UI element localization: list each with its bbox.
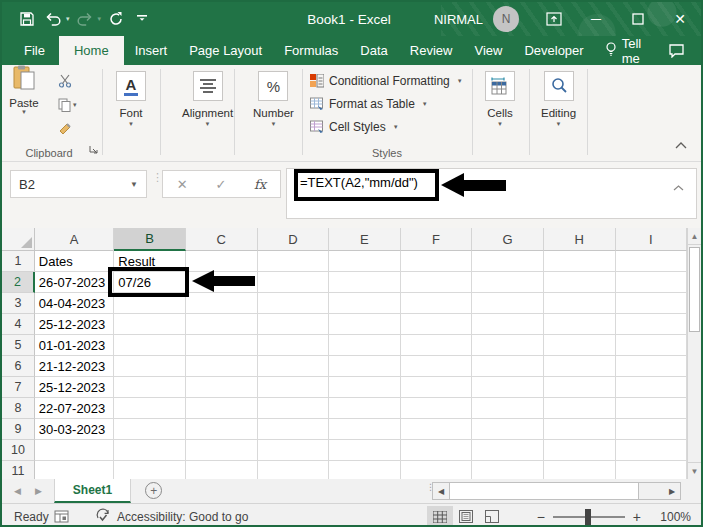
name-box[interactable]: B2 ▼ <box>10 170 147 198</box>
cell-D2[interactable] <box>258 272 330 293</box>
cell-F2[interactable] <box>401 272 473 293</box>
cells-button[interactable]: Cells ▼ <box>485 71 515 127</box>
new-sheet-button[interactable]: + <box>145 482 162 499</box>
zoom-in-icon[interactable]: + <box>633 509 641 525</box>
cell-B3[interactable] <box>114 293 186 314</box>
cell-F8[interactable] <box>401 398 473 419</box>
enter-icon[interactable]: ✓ <box>215 177 226 192</box>
cell-C1[interactable] <box>186 251 258 272</box>
zoom-slider-thumb[interactable] <box>585 509 591 525</box>
row-header-10[interactable]: 10 <box>2 440 35 461</box>
row-header-3[interactable]: 3 <box>2 293 35 314</box>
cell-C10[interactable] <box>186 440 258 461</box>
cell-A7[interactable]: 25-12-2023 <box>35 377 115 398</box>
cell-D4[interactable] <box>258 314 330 335</box>
scroll-right-icon[interactable]: ▶ <box>664 483 680 499</box>
sheet-tab-sheet1[interactable]: Sheet1 <box>54 479 131 503</box>
cell-H4[interactable] <box>544 314 616 335</box>
tab-home[interactable]: Home <box>59 36 124 65</box>
cell-F11[interactable] <box>401 461 473 479</box>
cell-C11[interactable] <box>186 461 258 479</box>
cell-I9[interactable] <box>616 419 688 440</box>
cell-B1[interactable]: Result <box>114 251 186 272</box>
cell-B11[interactable] <box>114 461 186 479</box>
cell-F10[interactable] <box>401 440 473 461</box>
select-all-corner[interactable] <box>2 228 35 251</box>
cell-G5[interactable] <box>472 335 544 356</box>
cell-I4[interactable] <box>616 314 688 335</box>
cancel-icon[interactable]: ✕ <box>177 177 188 192</box>
cell-I6[interactable] <box>616 356 688 377</box>
cell-I8[interactable] <box>616 398 688 419</box>
cell-C2[interactable] <box>186 272 258 293</box>
avatar[interactable]: N <box>493 6 519 32</box>
page-break-view-icon[interactable] <box>479 506 505 527</box>
next-sheet-icon[interactable]: ▶ <box>35 486 42 496</box>
zoom-out-icon[interactable]: − <box>537 509 545 525</box>
collapse-ribbon-icon[interactable] <box>675 135 687 153</box>
cell-I3[interactable] <box>616 293 688 314</box>
tab-file[interactable]: File <box>10 36 59 65</box>
row-header-5[interactable]: 5 <box>2 335 35 356</box>
cell-I7[interactable] <box>616 377 688 398</box>
row-header-9[interactable]: 9 <box>2 419 35 440</box>
cell-E2[interactable] <box>329 272 401 293</box>
copy-button[interactable]: ▾ <box>58 97 77 113</box>
zoom-level[interactable]: 100% <box>649 510 691 524</box>
row-header-7[interactable]: 7 <box>2 377 35 398</box>
row-header-2[interactable]: 2 <box>2 272 35 293</box>
cell-A10[interactable] <box>35 440 115 461</box>
cell-E10[interactable] <box>329 440 401 461</box>
cell-D5[interactable] <box>258 335 330 356</box>
tab-formulas[interactable]: Formulas <box>273 36 349 65</box>
cell-H6[interactable] <box>544 356 616 377</box>
alignment-button[interactable]: Alignment ▼ <box>182 71 233 127</box>
cell-A8[interactable]: 22-07-2023 <box>35 398 115 419</box>
accessibility-status[interactable]: Accessibility: Good to go <box>95 508 248 525</box>
cell-I2[interactable] <box>616 272 688 293</box>
macro-record-icon[interactable] <box>54 510 69 523</box>
cell-F5[interactable] <box>401 335 473 356</box>
column-header-C[interactable]: C <box>186 228 258 251</box>
cell-A4[interactable]: 25-12-2023 <box>35 314 115 335</box>
column-header-H[interactable]: H <box>544 228 616 251</box>
cell-G4[interactable] <box>472 314 544 335</box>
cell-styles-button[interactable]: Cell Styles▼ <box>310 120 399 134</box>
cell-B8[interactable] <box>114 398 186 419</box>
cell-C5[interactable] <box>186 335 258 356</box>
cell-G2[interactable] <box>472 272 544 293</box>
cell-D10[interactable] <box>258 440 330 461</box>
cell-F4[interactable] <box>401 314 473 335</box>
column-header-A[interactable]: A <box>35 228 115 251</box>
share-comment-icon[interactable] <box>668 36 701 65</box>
cell-B10[interactable] <box>114 440 186 461</box>
row-header-4[interactable]: 4 <box>2 314 35 335</box>
column-header-I[interactable]: I <box>616 228 688 251</box>
cell-H1[interactable] <box>544 251 616 272</box>
tab-data[interactable]: Data <box>349 36 398 65</box>
cell-I11[interactable] <box>616 461 688 479</box>
tab-page-layout[interactable]: Page Layout <box>178 36 273 65</box>
cell-H11[interactable] <box>544 461 616 479</box>
cell-H7[interactable] <box>544 377 616 398</box>
insert-function-icon[interactable]: fx <box>254 177 266 192</box>
cell-H10[interactable] <box>544 440 616 461</box>
vertical-scroll-thumb[interactable] <box>689 247 700 332</box>
cell-F6[interactable] <box>401 356 473 377</box>
save-icon[interactable] <box>16 8 38 30</box>
cell-G8[interactable] <box>472 398 544 419</box>
cell-G11[interactable] <box>472 461 544 479</box>
maximize-button[interactable] <box>617 2 659 36</box>
paste-button[interactable]: Paste ▼ <box>2 65 46 115</box>
column-header-D[interactable]: D <box>258 228 330 251</box>
cell-C4[interactable] <box>186 314 258 335</box>
format-painter-button[interactable] <box>58 121 77 137</box>
cell-A6[interactable]: 21-12-2023 <box>35 356 115 377</box>
column-header-G[interactable]: G <box>472 228 544 251</box>
cell-C8[interactable] <box>186 398 258 419</box>
cell-G7[interactable] <box>472 377 544 398</box>
tab-view[interactable]: View <box>463 36 513 65</box>
cell-A3[interactable]: 04-04-2023 <box>35 293 115 314</box>
close-button[interactable]: ✕ <box>659 2 701 36</box>
scroll-left-icon[interactable]: ◀ <box>433 483 449 499</box>
